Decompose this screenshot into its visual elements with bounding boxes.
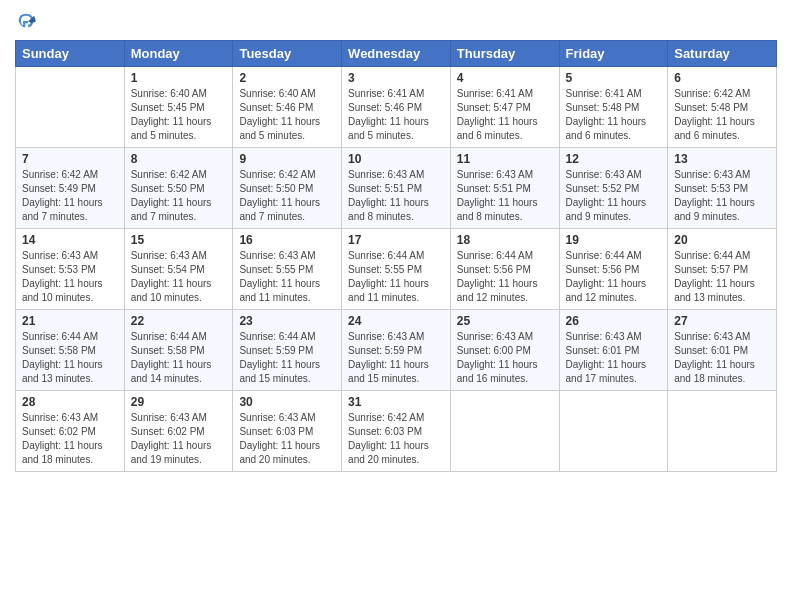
day-info: Sunrise: 6:43 AM Sunset: 5:52 PM Dayligh…	[566, 168, 662, 224]
day-number: 2	[239, 71, 335, 85]
day-info: Sunrise: 6:43 AM Sunset: 6:01 PM Dayligh…	[566, 330, 662, 386]
calendar-day-cell: 1Sunrise: 6:40 AM Sunset: 5:45 PM Daylig…	[124, 67, 233, 148]
day-info: Sunrise: 6:43 AM Sunset: 6:02 PM Dayligh…	[22, 411, 118, 467]
day-info: Sunrise: 6:44 AM Sunset: 5:59 PM Dayligh…	[239, 330, 335, 386]
weekday-header-row: SundayMondayTuesdayWednesdayThursdayFrid…	[16, 41, 777, 67]
day-info: Sunrise: 6:40 AM Sunset: 5:45 PM Dayligh…	[131, 87, 227, 143]
day-number: 27	[674, 314, 770, 328]
calendar-day-cell: 26Sunrise: 6:43 AM Sunset: 6:01 PM Dayli…	[559, 310, 668, 391]
day-info: Sunrise: 6:44 AM Sunset: 5:55 PM Dayligh…	[348, 249, 444, 305]
day-info: Sunrise: 6:44 AM Sunset: 5:58 PM Dayligh…	[131, 330, 227, 386]
day-number: 16	[239, 233, 335, 247]
calendar-day-cell: 9Sunrise: 6:42 AM Sunset: 5:50 PM Daylig…	[233, 148, 342, 229]
calendar-day-cell: 15Sunrise: 6:43 AM Sunset: 5:54 PM Dayli…	[124, 229, 233, 310]
weekday-header-cell: Saturday	[668, 41, 777, 67]
calendar-day-cell: 4Sunrise: 6:41 AM Sunset: 5:47 PM Daylig…	[450, 67, 559, 148]
calendar-day-cell: 23Sunrise: 6:44 AM Sunset: 5:59 PM Dayli…	[233, 310, 342, 391]
day-info: Sunrise: 6:42 AM Sunset: 5:50 PM Dayligh…	[239, 168, 335, 224]
day-info: Sunrise: 6:44 AM Sunset: 5:58 PM Dayligh…	[22, 330, 118, 386]
day-number: 13	[674, 152, 770, 166]
day-number: 12	[566, 152, 662, 166]
day-info: Sunrise: 6:42 AM Sunset: 5:48 PM Dayligh…	[674, 87, 770, 143]
calendar-day-cell: 31Sunrise: 6:42 AM Sunset: 6:03 PM Dayli…	[342, 391, 451, 472]
calendar-body: 1Sunrise: 6:40 AM Sunset: 5:45 PM Daylig…	[16, 67, 777, 472]
day-info: Sunrise: 6:42 AM Sunset: 5:50 PM Dayligh…	[131, 168, 227, 224]
calendar-week-row: 1Sunrise: 6:40 AM Sunset: 5:45 PM Daylig…	[16, 67, 777, 148]
day-number: 23	[239, 314, 335, 328]
day-info: Sunrise: 6:44 AM Sunset: 5:57 PM Dayligh…	[674, 249, 770, 305]
calendar-day-cell: 12Sunrise: 6:43 AM Sunset: 5:52 PM Dayli…	[559, 148, 668, 229]
calendar-day-cell: 28Sunrise: 6:43 AM Sunset: 6:02 PM Dayli…	[16, 391, 125, 472]
day-number: 25	[457, 314, 553, 328]
day-info: Sunrise: 6:43 AM Sunset: 5:59 PM Dayligh…	[348, 330, 444, 386]
day-number: 31	[348, 395, 444, 409]
day-number: 6	[674, 71, 770, 85]
calendar-day-cell	[668, 391, 777, 472]
calendar-day-cell: 18Sunrise: 6:44 AM Sunset: 5:56 PM Dayli…	[450, 229, 559, 310]
day-number: 1	[131, 71, 227, 85]
day-info: Sunrise: 6:43 AM Sunset: 5:51 PM Dayligh…	[457, 168, 553, 224]
calendar-day-cell: 14Sunrise: 6:43 AM Sunset: 5:53 PM Dayli…	[16, 229, 125, 310]
calendar-day-cell: 5Sunrise: 6:41 AM Sunset: 5:48 PM Daylig…	[559, 67, 668, 148]
day-info: Sunrise: 6:42 AM Sunset: 5:49 PM Dayligh…	[22, 168, 118, 224]
day-info: Sunrise: 6:43 AM Sunset: 6:00 PM Dayligh…	[457, 330, 553, 386]
calendar-day-cell	[559, 391, 668, 472]
calendar-day-cell: 10Sunrise: 6:43 AM Sunset: 5:51 PM Dayli…	[342, 148, 451, 229]
calendar-day-cell: 30Sunrise: 6:43 AM Sunset: 6:03 PM Dayli…	[233, 391, 342, 472]
day-number: 15	[131, 233, 227, 247]
day-info: Sunrise: 6:43 AM Sunset: 6:01 PM Dayligh…	[674, 330, 770, 386]
calendar-day-cell	[450, 391, 559, 472]
day-info: Sunrise: 6:41 AM Sunset: 5:47 PM Dayligh…	[457, 87, 553, 143]
day-number: 3	[348, 71, 444, 85]
day-number: 22	[131, 314, 227, 328]
calendar-week-row: 28Sunrise: 6:43 AM Sunset: 6:02 PM Dayli…	[16, 391, 777, 472]
day-info: Sunrise: 6:44 AM Sunset: 5:56 PM Dayligh…	[457, 249, 553, 305]
logo	[15, 10, 39, 32]
weekday-header-cell: Sunday	[16, 41, 125, 67]
day-info: Sunrise: 6:43 AM Sunset: 6:02 PM Dayligh…	[131, 411, 227, 467]
day-info: Sunrise: 6:43 AM Sunset: 5:51 PM Dayligh…	[348, 168, 444, 224]
day-info: Sunrise: 6:40 AM Sunset: 5:46 PM Dayligh…	[239, 87, 335, 143]
logo-icon	[15, 10, 37, 32]
calendar-table: SundayMondayTuesdayWednesdayThursdayFrid…	[15, 40, 777, 472]
calendar-day-cell: 21Sunrise: 6:44 AM Sunset: 5:58 PM Dayli…	[16, 310, 125, 391]
day-number: 7	[22, 152, 118, 166]
weekday-header-cell: Friday	[559, 41, 668, 67]
day-info: Sunrise: 6:43 AM Sunset: 5:55 PM Dayligh…	[239, 249, 335, 305]
header	[15, 10, 777, 32]
calendar-day-cell: 7Sunrise: 6:42 AM Sunset: 5:49 PM Daylig…	[16, 148, 125, 229]
calendar-week-row: 21Sunrise: 6:44 AM Sunset: 5:58 PM Dayli…	[16, 310, 777, 391]
weekday-header-cell: Thursday	[450, 41, 559, 67]
calendar-week-row: 7Sunrise: 6:42 AM Sunset: 5:49 PM Daylig…	[16, 148, 777, 229]
day-number: 21	[22, 314, 118, 328]
day-info: Sunrise: 6:43 AM Sunset: 5:53 PM Dayligh…	[22, 249, 118, 305]
day-number: 5	[566, 71, 662, 85]
calendar-day-cell: 6Sunrise: 6:42 AM Sunset: 5:48 PM Daylig…	[668, 67, 777, 148]
calendar-day-cell: 11Sunrise: 6:43 AM Sunset: 5:51 PM Dayli…	[450, 148, 559, 229]
day-number: 18	[457, 233, 553, 247]
day-number: 24	[348, 314, 444, 328]
calendar-day-cell: 22Sunrise: 6:44 AM Sunset: 5:58 PM Dayli…	[124, 310, 233, 391]
day-number: 19	[566, 233, 662, 247]
day-number: 30	[239, 395, 335, 409]
calendar-day-cell: 20Sunrise: 6:44 AM Sunset: 5:57 PM Dayli…	[668, 229, 777, 310]
calendar-day-cell: 13Sunrise: 6:43 AM Sunset: 5:53 PM Dayli…	[668, 148, 777, 229]
calendar-day-cell: 24Sunrise: 6:43 AM Sunset: 5:59 PM Dayli…	[342, 310, 451, 391]
day-number: 9	[239, 152, 335, 166]
calendar-day-cell: 27Sunrise: 6:43 AM Sunset: 6:01 PM Dayli…	[668, 310, 777, 391]
calendar-day-cell: 8Sunrise: 6:42 AM Sunset: 5:50 PM Daylig…	[124, 148, 233, 229]
day-info: Sunrise: 6:44 AM Sunset: 5:56 PM Dayligh…	[566, 249, 662, 305]
day-number: 29	[131, 395, 227, 409]
day-info: Sunrise: 6:41 AM Sunset: 5:46 PM Dayligh…	[348, 87, 444, 143]
page: SundayMondayTuesdayWednesdayThursdayFrid…	[0, 0, 792, 612]
day-info: Sunrise: 6:43 AM Sunset: 6:03 PM Dayligh…	[239, 411, 335, 467]
weekday-header-cell: Wednesday	[342, 41, 451, 67]
day-number: 10	[348, 152, 444, 166]
calendar-day-cell: 17Sunrise: 6:44 AM Sunset: 5:55 PM Dayli…	[342, 229, 451, 310]
day-info: Sunrise: 6:41 AM Sunset: 5:48 PM Dayligh…	[566, 87, 662, 143]
weekday-header-cell: Monday	[124, 41, 233, 67]
day-number: 14	[22, 233, 118, 247]
day-number: 20	[674, 233, 770, 247]
weekday-header-cell: Tuesday	[233, 41, 342, 67]
calendar-day-cell: 19Sunrise: 6:44 AM Sunset: 5:56 PM Dayli…	[559, 229, 668, 310]
